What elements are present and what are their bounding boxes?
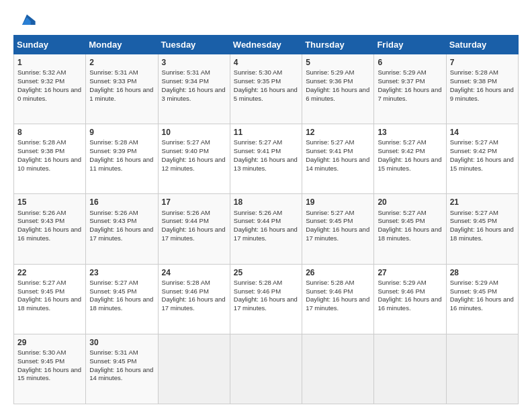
daylight-text: Daylight: 16 hours and 15 minutes. xyxy=(17,366,81,382)
sunrise-text: Sunrise: 5:28 AM xyxy=(234,279,282,286)
day-number: 30 xyxy=(89,337,154,348)
day-number: 16 xyxy=(89,197,154,208)
calendar-cell: 7Sunrise: 5:28 AMSunset: 9:38 PMDaylight… xyxy=(446,54,518,124)
day-number: 14 xyxy=(450,127,515,138)
calendar-cell xyxy=(374,334,446,404)
sunset-text: Sunset: 9:43 PM xyxy=(89,217,136,224)
sunrise-text: Sunrise: 5:27 AM xyxy=(162,138,210,146)
calendar-cell: 18Sunrise: 5:26 AMSunset: 9:44 PMDayligh… xyxy=(230,194,302,264)
sunset-text: Sunset: 9:44 PM xyxy=(234,217,281,224)
daylight-text: Daylight: 16 hours and 7 minutes. xyxy=(378,86,441,102)
sunrise-text: Sunrise: 5:31 AM xyxy=(89,349,138,356)
daylight-text: Daylight: 16 hours and 0 minutes. xyxy=(17,86,81,102)
sunset-text: Sunset: 9:45 PM xyxy=(450,287,497,295)
sunrise-text: Sunrise: 5:30 AM xyxy=(17,349,66,356)
daylight-text: Daylight: 16 hours and 3 minutes. xyxy=(162,86,226,102)
sunrise-text: Sunrise: 5:28 AM xyxy=(306,279,354,286)
day-number: 25 xyxy=(234,267,298,278)
sunrise-text: Sunrise: 5:27 AM xyxy=(450,209,498,216)
sunset-text: Sunset: 9:42 PM xyxy=(450,147,497,154)
calendar-cell xyxy=(230,334,302,404)
daylight-text: Daylight: 16 hours and 10 minutes. xyxy=(17,156,81,172)
sunrise-text: Sunrise: 5:28 AM xyxy=(450,68,498,76)
sunset-text: Sunset: 9:37 PM xyxy=(378,77,425,85)
calendar-week-row: 29Sunrise: 5:30 AMSunset: 9:45 PMDayligh… xyxy=(14,334,519,404)
day-header-thursday: Thursday xyxy=(302,36,374,54)
sunset-text: Sunset: 9:41 PM xyxy=(306,147,353,154)
calendar-cell: 19Sunrise: 5:27 AMSunset: 9:45 PMDayligh… xyxy=(302,194,374,264)
calendar-cell: 14Sunrise: 5:27 AMSunset: 9:42 PMDayligh… xyxy=(446,124,518,194)
day-number: 12 xyxy=(306,127,370,138)
sunset-text: Sunset: 9:39 PM xyxy=(89,147,136,154)
day-number: 9 xyxy=(89,127,154,138)
sunrise-text: Sunrise: 5:31 AM xyxy=(89,68,138,76)
calendar-cell: 21Sunrise: 5:27 AMSunset: 9:45 PMDayligh… xyxy=(446,194,518,264)
calendar-cell: 5Sunrise: 5:29 AMSunset: 9:36 PMDaylight… xyxy=(302,54,374,124)
sunrise-text: Sunrise: 5:28 AM xyxy=(89,138,138,146)
daylight-text: Daylight: 16 hours and 16 minutes. xyxy=(378,295,441,312)
calendar-cell: 4Sunrise: 5:30 AMSunset: 9:35 PMDaylight… xyxy=(230,54,302,124)
sunrise-text: Sunrise: 5:26 AM xyxy=(234,209,282,216)
sunrise-text: Sunrise: 5:32 AM xyxy=(17,68,66,76)
day-number: 22 xyxy=(17,267,82,278)
calendar-week-row: 22Sunrise: 5:27 AMSunset: 9:45 PMDayligh… xyxy=(14,264,519,334)
sunset-text: Sunset: 9:38 PM xyxy=(450,77,497,85)
daylight-text: Daylight: 16 hours and 5 minutes. xyxy=(234,86,298,102)
sunset-text: Sunset: 9:44 PM xyxy=(162,217,209,224)
day-header-friday: Friday xyxy=(374,36,446,54)
sunset-text: Sunset: 9:46 PM xyxy=(306,287,353,295)
daylight-text: Daylight: 16 hours and 17 minutes. xyxy=(89,226,153,242)
sunrise-text: Sunrise: 5:27 AM xyxy=(450,138,498,146)
sunset-text: Sunset: 9:45 PM xyxy=(306,217,353,224)
calendar-cell: 17Sunrise: 5:26 AMSunset: 9:44 PMDayligh… xyxy=(158,194,230,264)
daylight-text: Daylight: 16 hours and 14 minutes. xyxy=(89,366,153,382)
sunrise-text: Sunrise: 5:28 AM xyxy=(17,138,66,146)
day-number: 24 xyxy=(162,267,226,278)
daylight-text: Daylight: 16 hours and 17 minutes. xyxy=(234,226,298,242)
logo-icon xyxy=(17,11,36,30)
daylight-text: Daylight: 16 hours and 18 minutes. xyxy=(450,226,514,242)
header xyxy=(13,11,519,30)
calendar-cell: 3Sunrise: 5:31 AMSunset: 9:34 PMDaylight… xyxy=(158,54,230,124)
sunset-text: Sunset: 9:41 PM xyxy=(234,147,281,154)
calendar-cell: 13Sunrise: 5:27 AMSunset: 9:42 PMDayligh… xyxy=(374,124,446,194)
calendar-cell: 23Sunrise: 5:27 AMSunset: 9:45 PMDayligh… xyxy=(86,264,158,334)
calendar-cell: 22Sunrise: 5:27 AMSunset: 9:45 PMDayligh… xyxy=(14,264,86,334)
sunset-text: Sunset: 9:46 PM xyxy=(234,287,281,295)
day-number: 8 xyxy=(17,127,82,138)
sunrise-text: Sunrise: 5:30 AM xyxy=(234,68,282,76)
day-number: 15 xyxy=(17,197,82,208)
sunrise-text: Sunrise: 5:29 AM xyxy=(378,279,426,286)
sunset-text: Sunset: 9:45 PM xyxy=(17,287,64,295)
sunrise-text: Sunrise: 5:29 AM xyxy=(378,68,426,76)
daylight-text: Daylight: 16 hours and 17 minutes. xyxy=(234,295,298,312)
sunset-text: Sunset: 9:46 PM xyxy=(162,287,209,295)
day-number: 18 xyxy=(234,197,298,208)
day-header-sunday: Sunday xyxy=(14,36,86,54)
daylight-text: Daylight: 16 hours and 6 minutes. xyxy=(306,86,369,102)
sunset-text: Sunset: 9:32 PM xyxy=(17,77,64,85)
day-number: 17 xyxy=(162,197,226,208)
logo xyxy=(13,11,36,30)
day-number: 28 xyxy=(450,267,515,278)
daylight-text: Daylight: 16 hours and 1 minute. xyxy=(89,86,153,102)
calendar-cell: 8Sunrise: 5:28 AMSunset: 9:38 PMDaylight… xyxy=(14,124,86,194)
daylight-text: Daylight: 16 hours and 18 minutes. xyxy=(17,295,81,312)
sunrise-text: Sunrise: 5:29 AM xyxy=(306,68,354,76)
sunset-text: Sunset: 9:38 PM xyxy=(17,147,64,154)
daylight-text: Daylight: 16 hours and 18 minutes. xyxy=(89,295,153,312)
sunrise-text: Sunrise: 5:27 AM xyxy=(378,138,426,146)
calendar-cell xyxy=(158,334,230,404)
sunset-text: Sunset: 9:45 PM xyxy=(450,217,497,224)
day-header-tuesday: Tuesday xyxy=(158,36,230,54)
day-number: 20 xyxy=(378,197,442,208)
calendar-week-row: 8Sunrise: 5:28 AMSunset: 9:38 PMDaylight… xyxy=(14,124,519,194)
day-number: 5 xyxy=(306,57,370,68)
sunrise-text: Sunrise: 5:27 AM xyxy=(306,209,354,216)
calendar-cell: 15Sunrise: 5:26 AMSunset: 9:43 PMDayligh… xyxy=(14,194,86,264)
daylight-text: Daylight: 16 hours and 15 minutes. xyxy=(450,156,514,172)
calendar-cell: 12Sunrise: 5:27 AMSunset: 9:41 PMDayligh… xyxy=(302,124,374,194)
sunrise-text: Sunrise: 5:27 AM xyxy=(306,138,354,146)
sunset-text: Sunset: 9:46 PM xyxy=(378,287,425,295)
daylight-text: Daylight: 16 hours and 17 minutes. xyxy=(162,295,226,312)
